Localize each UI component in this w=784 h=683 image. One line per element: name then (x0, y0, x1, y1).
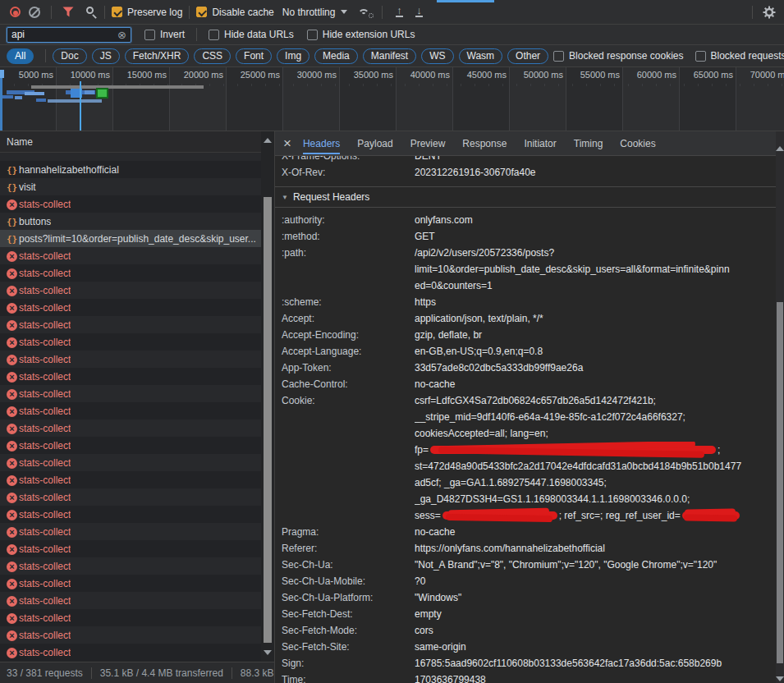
checkbox-label: Blocked response cookies (569, 50, 683, 62)
error-icon: × (5, 526, 19, 538)
scroll-up-icon[interactable] (264, 138, 272, 143)
request-row[interactable]: {}hannahelizabethofficial (0, 161, 261, 178)
import-har-button[interactable]: ↑ (389, 2, 409, 22)
error-icon: × (5, 440, 19, 452)
disable-cache-checkbox[interactable]: Disable cache (196, 7, 273, 18)
header-value-text: onlyfans.com (415, 214, 473, 226)
header-value: ?0 (415, 573, 776, 589)
request-row[interactable]: ×stats-collect (0, 488, 261, 506)
timeline-tick-label: 20000 ms (170, 67, 227, 131)
scrollbar-thumb[interactable] (264, 197, 272, 643)
request-row[interactable]: ×stats-collect (0, 575, 261, 592)
overview-left-brush[interactable] (0, 70, 2, 131)
request-row[interactable]: ×stats-collect (0, 299, 261, 316)
filter-toggle-button[interactable] (58, 2, 78, 22)
type-filter-pill-manifest[interactable]: Manifest (363, 48, 416, 64)
tab-initiator[interactable]: Initiator (524, 132, 556, 154)
request-row[interactable]: ×stats-collect (0, 385, 261, 402)
tab-timing[interactable]: Timing (574, 132, 603, 154)
scroll-down-icon[interactable] (264, 650, 272, 655)
preserve-log-checkbox[interactable]: Preserve log (112, 7, 182, 18)
scroll-up-icon[interactable] (776, 146, 784, 151)
timeline-overview[interactable]: 5000 ms10000 ms15000 ms20000 ms25000 ms3… (0, 67, 784, 131)
hide-extension-urls-checkbox[interactable]: Hide extension URLs (307, 29, 415, 40)
record-button[interactable] (5, 2, 25, 22)
request-row[interactable]: ×stats-collect (0, 644, 261, 661)
export-har-button[interactable]: ↓ (409, 2, 429, 22)
request-row[interactable]: ×stats-collect (0, 316, 261, 333)
header-value-text: same-origin (415, 641, 466, 653)
header-value-text: /api2/v2/users/20572336/posts? (415, 247, 554, 259)
error-icon: × (5, 199, 19, 210)
request-row[interactable]: ×stats-collect (0, 247, 261, 264)
request-row[interactable]: ×stats-collect (0, 351, 261, 368)
request-row[interactable]: {}init (0, 153, 261, 161)
blocked-requests-checkbox[interactable]: Blocked requests (695, 50, 784, 62)
throttling-dropdown[interactable]: No throttling (282, 7, 348, 18)
request-row[interactable]: ×stats-collect (0, 506, 261, 523)
search-button[interactable] (78, 2, 98, 22)
header-line: Pragma:no-cache (275, 524, 776, 540)
type-filter-pill-doc[interactable]: Doc (53, 48, 86, 64)
blocked-response-cookies-checkbox[interactable]: Blocked response cookies (553, 50, 683, 62)
request-row[interactable]: ×stats-collect (0, 471, 261, 488)
request-row[interactable]: ×stats-collect (0, 368, 261, 385)
request-row[interactable]: ×stats-collect (0, 454, 261, 471)
type-filter-pill-img[interactable]: Img (277, 48, 309, 64)
tab-preview[interactable]: Preview (410, 132, 446, 154)
type-filter-pill-js[interactable]: JS (92, 48, 120, 64)
type-filter-pill-wasm[interactable]: Wasm (459, 48, 503, 64)
overview-brush-handle[interactable] (0, 70, 4, 78)
clear-button[interactable] (25, 2, 44, 22)
header-value-text: https (415, 296, 436, 308)
request-row[interactable]: ×stats-collect (0, 523, 261, 540)
request-row[interactable]: ×stats-collect (0, 592, 261, 609)
tab-headers[interactable]: Headers (303, 132, 340, 154)
tab-response[interactable]: Response (462, 132, 507, 154)
network-conditions-button[interactable] (355, 2, 375, 22)
request-row[interactable]: ×stats-collect (0, 419, 261, 437)
request-row[interactable]: ×stats-collect (0, 437, 261, 454)
request-row[interactable]: {}buttons (0, 213, 261, 230)
request-row[interactable]: {}visit (0, 178, 261, 195)
tab-cookies[interactable]: Cookies (620, 132, 655, 154)
type-filter-pill-font[interactable]: Font (236, 48, 272, 64)
request-row[interactable]: ×stats-collect (0, 264, 261, 282)
filter-input[interactable]: api ⊗ (7, 27, 131, 43)
requests-scrollbar[interactable] (261, 131, 274, 662)
error-icon: × (5, 250, 19, 262)
request-row[interactable]: ×stats-collect (0, 609, 261, 626)
close-icon[interactable]: × (283, 136, 291, 150)
header-value-text: 1703636799438 (415, 674, 486, 683)
selected-time-line (80, 81, 81, 131)
type-filter-pill-css[interactable]: CSS (194, 48, 231, 64)
settings-button[interactable] (759, 2, 779, 22)
error-icon: × (5, 612, 19, 624)
clear-filter-icon[interactable]: ⊗ (117, 30, 126, 40)
request-row[interactable]: ×stats-collect (0, 195, 261, 213)
request-headers-section[interactable]: ▼Request Headers (275, 187, 776, 208)
header-value: csrf=LdfcGX4Sa72db06824c657db26a5d142472… (415, 392, 776, 409)
request-row[interactable]: {}posts?limit=10&order=publish_date_desc… (0, 230, 261, 247)
request-row[interactable]: ×stats-collect (0, 557, 261, 575)
scroll-down-icon[interactable] (776, 676, 784, 681)
invert-checkbox[interactable]: Invert (144, 29, 185, 40)
header-value: DENY (415, 156, 776, 164)
details-scrollbar[interactable] (776, 131, 784, 683)
request-row[interactable]: ×stats-collect (0, 626, 261, 644)
scrollbar-thumb[interactable] (777, 302, 783, 663)
request-row[interactable]: ×stats-collect (0, 402, 261, 419)
type-filter-pill-fetch-xhr[interactable]: Fetch/XHR (125, 48, 190, 64)
request-row[interactable]: ×stats-collect (0, 540, 261, 557)
type-filter-pill-all[interactable]: All (7, 48, 34, 64)
header-value: onlyfans.com (415, 212, 776, 228)
tab-payload[interactable]: Payload (357, 132, 392, 154)
name-column-header[interactable]: Name (0, 131, 274, 153)
hide-data-urls-checkbox[interactable]: Hide data URLs (209, 29, 294, 40)
type-filter-pill-media[interactable]: Media (314, 48, 358, 64)
type-filter-pill-ws[interactable]: WS (421, 48, 453, 64)
type-filter-pill-other[interactable]: Other (507, 48, 548, 64)
request-name: posts?limit=10&order=publish_date_desc&s… (19, 233, 256, 245)
request-row[interactable]: ×stats-collect (0, 333, 261, 351)
request-row[interactable]: ×stats-collect (0, 282, 261, 299)
